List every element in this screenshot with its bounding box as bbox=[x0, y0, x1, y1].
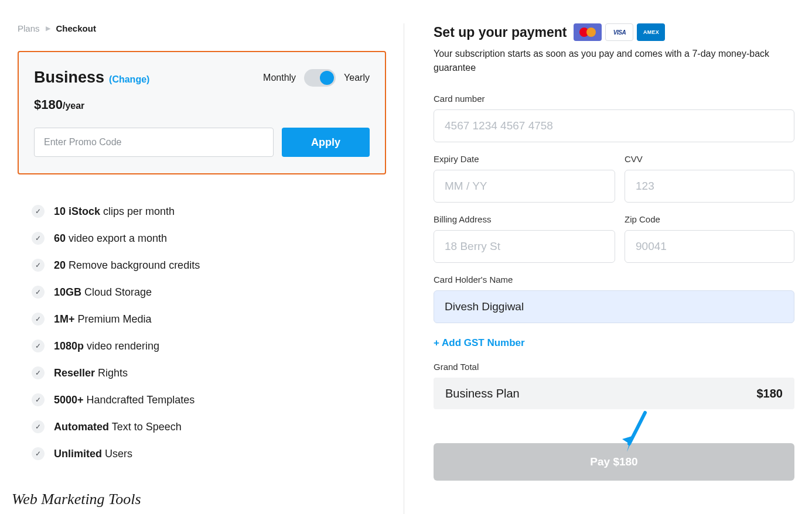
change-plan-link[interactable]: (Change) bbox=[109, 74, 149, 85]
promo-code-input[interactable] bbox=[34, 128, 274, 157]
grand-total-box: Business Plan $180 bbox=[434, 378, 794, 409]
billing-address-label: Billing Address bbox=[434, 214, 615, 224]
check-icon: ✓ bbox=[32, 232, 45, 245]
check-icon: ✓ bbox=[32, 205, 45, 218]
check-icon: ✓ bbox=[32, 313, 45, 325]
zip-label: Zip Code bbox=[625, 214, 794, 224]
expiry-input[interactable] bbox=[434, 170, 615, 203]
check-icon: ✓ bbox=[32, 420, 45, 433]
chevron-right-icon: ▶ bbox=[46, 25, 50, 32]
plan-name: Business bbox=[34, 68, 104, 87]
list-item: ✓10 iStock clips per month bbox=[32, 205, 386, 218]
check-icon: ✓ bbox=[32, 340, 45, 352]
apply-button[interactable]: Apply bbox=[282, 128, 370, 157]
price-period: /year bbox=[63, 101, 84, 111]
plan-price: $180/year bbox=[34, 97, 370, 112]
list-item: ✓Unlimited Users bbox=[32, 447, 386, 460]
amex-icon: AMEX bbox=[637, 23, 665, 41]
card-holder-label: Card Holder's Name bbox=[434, 275, 794, 285]
card-number-label: Card number bbox=[434, 94, 794, 104]
billing-address-input[interactable] bbox=[434, 230, 615, 263]
breadcrumb-current: Checkout bbox=[56, 23, 96, 33]
cvv-label: CVV bbox=[625, 154, 794, 164]
watermark: Web Marketing Tools bbox=[12, 491, 141, 508]
check-icon: ✓ bbox=[32, 393, 45, 406]
breadcrumb-plans[interactable]: Plans bbox=[18, 23, 40, 33]
payment-subtitle: Your subscription starts as soon as you … bbox=[434, 47, 794, 75]
billing-toggle[interactable] bbox=[304, 69, 336, 87]
grand-total-label: Grand Total bbox=[434, 362, 794, 372]
expiry-label: Expiry Date bbox=[434, 154, 615, 164]
price-amount: $180 bbox=[34, 97, 63, 112]
list-item: ✓20 Remove background credits bbox=[32, 259, 386, 272]
breadcrumb: Plans ▶ Checkout bbox=[18, 23, 386, 33]
visa-icon: VISA bbox=[605, 23, 633, 41]
payment-title: Set up your payment bbox=[434, 25, 567, 40]
add-gst-link[interactable]: + Add GST Number bbox=[434, 337, 525, 349]
card-holder-input[interactable] bbox=[434, 290, 794, 323]
check-icon: ✓ bbox=[32, 366, 45, 379]
billing-monthly-label: Monthly bbox=[263, 73, 296, 83]
list-item: ✓Automated Text to Speech bbox=[32, 420, 386, 433]
pay-button[interactable]: Pay $180 bbox=[434, 443, 794, 481]
card-number-input[interactable] bbox=[434, 109, 794, 142]
cvv-input[interactable] bbox=[625, 170, 794, 203]
check-icon: ✓ bbox=[32, 259, 45, 272]
list-item: ✓1M+ Premium Media bbox=[32, 313, 386, 325]
check-icon: ✓ bbox=[32, 447, 45, 460]
toggle-knob bbox=[320, 71, 334, 85]
list-item: ✓Reseller Rights bbox=[32, 366, 386, 379]
list-item: ✓1080p video rendering bbox=[32, 340, 386, 352]
zip-input[interactable] bbox=[625, 230, 794, 263]
check-icon: ✓ bbox=[32, 286, 45, 299]
list-item: ✓5000+ Handcrafted Templates bbox=[32, 393, 386, 406]
card-brand-icons: VISA AMEX bbox=[574, 23, 665, 41]
features-list: ✓10 iStock clips per month ✓60 video exp… bbox=[18, 191, 386, 460]
plan-card: Business (Change) Monthly Yearly $180/ye… bbox=[18, 51, 386, 174]
list-item: ✓60 video export a month bbox=[32, 232, 386, 245]
total-plan-name: Business Plan bbox=[445, 387, 520, 400]
mastercard-icon bbox=[574, 23, 602, 41]
billing-yearly-label: Yearly bbox=[344, 73, 370, 83]
list-item: ✓10GB Cloud Storage bbox=[32, 286, 386, 299]
total-amount: $180 bbox=[757, 387, 783, 400]
